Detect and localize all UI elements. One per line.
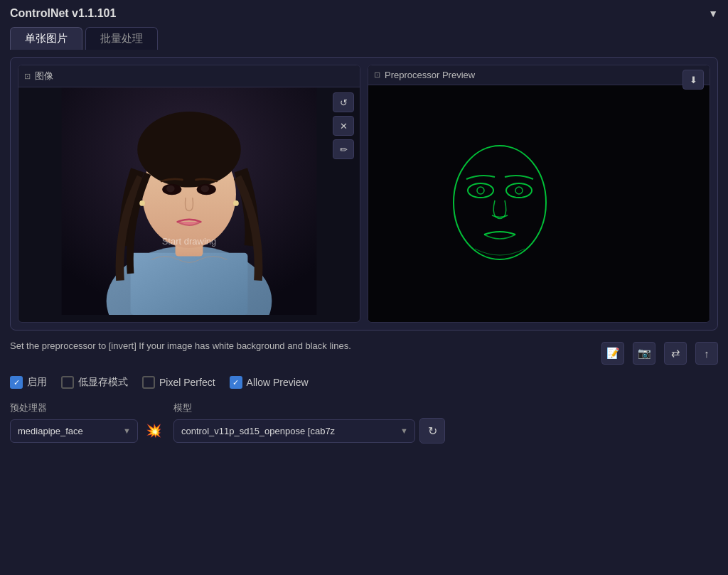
model-select[interactable]: control_v11p_sd15_openpose [cab7z (173, 419, 415, 443)
tab-single-image[interactable]: 单张图片 (10, 27, 82, 50)
right-panel-icon: ⊡ (374, 70, 380, 80)
collapse-arrow[interactable]: ▼ (708, 8, 718, 19)
preprocessor-wrapper: mediapipe_face ▼ 💥 (10, 418, 165, 444)
left-panel-header: ⊡ 图像 (18, 65, 360, 87)
svg-point-5 (137, 112, 240, 188)
explode-icon: 💥 (146, 423, 161, 439)
close-button[interactable]: ✕ (333, 116, 354, 136)
allow-preview-label: Allow Preview (247, 377, 309, 388)
left-image-panel: ⊡ 图像 ↺ ✕ ✏ (18, 65, 360, 323)
up-arrow-icon: ↑ (704, 348, 710, 360)
download-button[interactable]: ⬇ (682, 70, 704, 90)
enable-label: 启用 (27, 376, 47, 389)
arrows-icon-button[interactable]: ⇄ (664, 342, 687, 365)
image-area: ⊡ 图像 ↺ ✕ ✏ (10, 57, 718, 331)
svg-point-9 (200, 186, 209, 193)
svg-point-10 (139, 200, 145, 206)
info-actions: 📝 📷 ⇄ ↑ (601, 339, 718, 365)
edit-button[interactable]: ✏ (333, 139, 354, 159)
app-container: ControlNet v1.1.101 ▼ 单张图片 批量处理 ⊡ 图像 ↺ ✕… (0, 0, 728, 575)
left-panel-label: 图像 (35, 70, 53, 82)
right-preview-panel: ⊡ Preprocessor Preview ⬇ (368, 65, 710, 323)
arrows-icon: ⇄ (671, 347, 680, 360)
model-label: 模型 (173, 402, 445, 414)
model-group: 模型 control_v11p_sd15_openpose [cab7z ▼ ↻ (173, 402, 445, 444)
undo-button[interactable]: ↺ (333, 92, 354, 112)
info-bar: Set the preprocessor to [invert] If your… (10, 339, 718, 365)
low-vram-checkbox-item[interactable]: 低显存模式 (61, 376, 128, 389)
right-panel-label: Preprocessor Preview (385, 70, 475, 80)
svg-point-11 (233, 200, 239, 206)
allow-preview-checkbox[interactable] (230, 376, 242, 389)
preview-content (368, 85, 710, 323)
tabs-row: 单张图片 批量处理 (10, 27, 718, 50)
selectors-row: 预处理器 mediapipe_face ▼ 💥 模型 control (10, 402, 718, 444)
camera-icon: 📷 (638, 347, 651, 360)
preprocessor-select[interactable]: mediapipe_face (10, 419, 138, 443)
enable-checkbox[interactable] (10, 376, 23, 389)
preprocessor-label: 预处理器 (10, 402, 165, 414)
allow-preview-checkbox-item[interactable]: Allow Preview (230, 376, 309, 389)
checkboxes-row: 启用 低显存模式 Pixel Perfect Allow Preview (10, 376, 718, 389)
portrait-image-container[interactable]: Start drawing (18, 87, 360, 315)
refresh-icon: ↻ (428, 424, 437, 438)
svg-point-8 (166, 186, 175, 193)
pixel-perfect-checkbox-item[interactable]: Pixel Perfect (142, 376, 215, 389)
header: ControlNet v1.1.101 ▼ (10, 7, 718, 20)
face-sketch-svg (368, 85, 631, 320)
camera-icon-button[interactable]: 📷 (633, 342, 655, 365)
image-controls: ↺ ✕ ✏ (333, 92, 354, 159)
svg-rect-12 (368, 85, 631, 320)
up-arrow-button[interactable]: ↑ (695, 342, 718, 365)
right-panel-header: ⊡ Preprocessor Preview (368, 65, 710, 85)
edit-icon-button[interactable]: 📝 (601, 342, 624, 365)
tab-batch[interactable]: 批量处理 (85, 27, 158, 50)
explode-button[interactable]: 💥 (142, 418, 165, 444)
edit-icon: 📝 (606, 347, 620, 360)
low-vram-label: 低显存模式 (78, 376, 128, 389)
pixel-perfect-label: Pixel Perfect (159, 377, 215, 388)
app-title: ControlNet v1.1.101 (10, 7, 116, 20)
left-panel-icon: ⊡ (24, 72, 31, 81)
info-text: Set the preprocessor to [invert] If your… (10, 339, 351, 354)
preprocessor-group: 预处理器 mediapipe_face ▼ 💥 (10, 402, 165, 444)
model-wrapper: control_v11p_sd15_openpose [cab7z ▼ ↻ (173, 418, 445, 444)
enable-checkbox-item[interactable]: 启用 (10, 376, 47, 389)
low-vram-checkbox[interactable] (61, 376, 74, 389)
pixel-perfect-checkbox[interactable] (142, 376, 155, 389)
refresh-button[interactable]: ↻ (419, 418, 445, 444)
